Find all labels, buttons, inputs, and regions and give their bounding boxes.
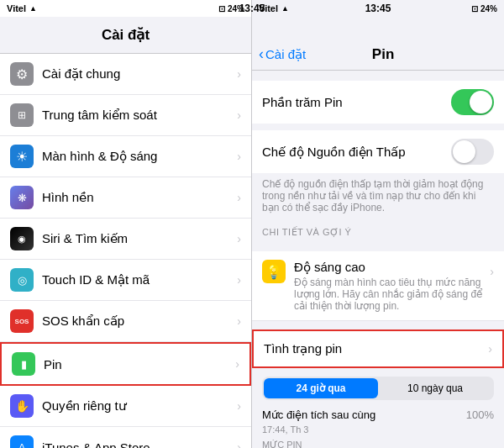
mucdien-section: Mức điện tích sau cùng 100% 17:44, Th 3 (252, 405, 504, 438)
dosang-row[interactable]: 💡 Độ sáng cao Độ sáng màn hình cao tiêu … (252, 251, 504, 321)
manhinh-label: Màn hình & Độ sáng (42, 149, 237, 164)
back-button[interactable]: ‹ Cài đặt (259, 45, 306, 63)
right-signal-icon: ▲ (281, 4, 289, 13)
dosang-content: Độ sáng cao Độ sáng màn hình cao tiêu th… (294, 260, 490, 312)
right-content: Phần trăm Pin Chế độ Nguồn điện Thấp Chế… (252, 71, 504, 448)
mucdien-label: Mức điện tích sau cùng (262, 408, 466, 421)
trungtam-icon: ⊞ (10, 103, 34, 127)
settings-item-manhinh[interactable]: ☀ Màn hình & Độ sáng › (0, 136, 251, 177)
back-chevron-icon: ‹ (259, 45, 264, 63)
dosang-desc: Độ sáng màn hình cao tiêu thụ mức năng l… (294, 277, 490, 312)
caidat-chevron: › (237, 67, 241, 81)
tinhtrang-row[interactable]: Tình trạng pin › (252, 329, 504, 368)
mucdien-time: 17:44, Th 3 (252, 424, 504, 438)
siri-chevron: › (237, 232, 241, 245)
chedo-toggle[interactable] (451, 139, 494, 165)
tinhtrang-chevron: › (488, 342, 492, 356)
touch-icon: ◎ (10, 268, 34, 292)
left-status-bar: Vitel ▲ 13:45 ⊡ 24% (0, 0, 251, 17)
chedo-toggle-thumb (453, 140, 475, 163)
left-nav-title: Cài đặt (102, 26, 150, 44)
itunes-chevron: › (237, 440, 241, 448)
dosang-title: Độ sáng cao (294, 260, 490, 275)
itunes-label: iTunes & App Store (42, 440, 237, 449)
right-panel: Vitel ▲ 13:45 ⊡ 24% ‹ Cài đặt Pin Phần t… (252, 0, 504, 448)
chitiet-header: CHI TIẾT VÀ GỢI Ý (252, 222, 504, 241)
quyen-label: Quyền riêng tư (42, 398, 237, 414)
right-status-bar: Vitel ▲ 13:45 ⊡ 24% (252, 0, 504, 17)
muc-pin-label: MỨC PIN (252, 438, 504, 448)
tab-10d[interactable]: 10 ngày qua (378, 378, 492, 398)
toggle-thumb (470, 91, 492, 113)
left-panel: Vitel ▲ 13:45 ⊡ 24% Cài đặt ⚙ Cài đặt ch… (0, 0, 252, 448)
mucdien-value: 100% (466, 408, 494, 421)
sos-label: SOS khẩn cấp (42, 314, 237, 329)
settings-item-siri[interactable]: ◉ Siri & Tìm kiếm › (0, 219, 251, 260)
left-status-left: Vitel ▲ (7, 3, 37, 13)
trungtam-label: Trung tâm kiểm soát (42, 108, 237, 123)
back-label: Cài đặt (265, 47, 306, 62)
itunes-icon: A (10, 435, 34, 448)
hinhanh-label: Hình nền (42, 190, 237, 205)
right-nav-title: Pin (306, 46, 460, 63)
pin-chevron: › (235, 357, 239, 371)
right-status-right: ⊡ 24% (471, 4, 497, 13)
tinhtrang-label: Tình trạng pin (264, 341, 488, 356)
hinhanh-icon: ❋ (10, 186, 34, 209)
manhinh-chevron: › (237, 150, 241, 163)
settings-item-hinhanh[interactable]: ❋ Hình nền › (0, 177, 251, 219)
pin-label: Pin (44, 357, 235, 372)
left-battery-icon: ⊡ (218, 4, 225, 13)
caidat-label: Cài đặt chung (42, 66, 237, 82)
left-signal-icon: ▲ (29, 4, 37, 13)
chedo-label: Chế độ Nguồn điện Thấp (262, 145, 451, 160)
settings-item-trungtam[interactable]: ⊞ Trung tâm kiểm soát › (0, 95, 251, 136)
trungtam-chevron: › (237, 108, 241, 122)
quyen-chevron: › (237, 399, 241, 413)
siri-icon: ◉ (10, 227, 34, 250)
dosang-section: 💡 Độ sáng cao Độ sáng màn hình cao tiêu … (252, 251, 504, 321)
dosang-icon: 💡 (262, 260, 286, 283)
phantram-section: Phần trăm Pin (252, 81, 504, 124)
left-time: 13:45 (239, 3, 265, 14)
left-carrier: Vitel (7, 3, 26, 13)
dosang-chevron: › (490, 265, 494, 278)
chedo-section: Chế độ Nguồn điện Thấp (252, 130, 504, 173)
right-battery-icon: ⊡ (471, 4, 478, 13)
hinhanh-chevron: › (237, 191, 241, 204)
settings-item-touch[interactable]: ◎ Touch ID & Mật mã › (0, 260, 251, 301)
phantram-toggle[interactable] (451, 89, 494, 115)
settings-item-pin[interactable]: ▮ Pin › (0, 342, 251, 386)
chedo-desc: Chế độ nguồn điện thấp tạm thời giảm hoạ… (252, 173, 504, 222)
touch-label: Touch ID & Mật mã (42, 272, 237, 287)
settings-list: ⚙ Cài đặt chung › ⊞ Trung tâm kiểm soát … (0, 54, 251, 448)
settings-item-sos[interactable]: SOS SOS khẩn cấp › (0, 301, 251, 342)
right-battery: 24% (480, 4, 497, 13)
sos-icon: SOS (10, 309, 34, 333)
settings-item-itunes[interactable]: A iTunes & App Store › (0, 427, 251, 448)
touch-chevron: › (237, 273, 241, 287)
right-time: 13:45 (365, 3, 391, 14)
chedo-row: Chế độ Nguồn điện Thấp (252, 130, 504, 173)
quyen-icon: ✋ (10, 394, 34, 418)
tinhtrang-wrapper: Tình trạng pin › (252, 329, 504, 368)
pin-icon: ▮ (12, 352, 35, 376)
settings-item-caidat[interactable]: ⚙ Cài đặt chung › (0, 54, 251, 95)
siri-label: Siri & Tìm kiếm (42, 231, 237, 246)
left-nav-header: Cài đặt (0, 17, 251, 54)
time-tabs: 24 giờ qua 10 ngày qua (262, 377, 494, 400)
manhinh-icon: ☀ (10, 145, 34, 168)
mucdien-row: Mức điện tích sau cùng 100% (252, 405, 504, 424)
settings-item-quyen[interactable]: ✋ Quyền riêng tư › (0, 386, 251, 427)
tab-24h[interactable]: 24 giờ qua (264, 378, 378, 398)
phantram-row: Phần trăm Pin (252, 81, 504, 124)
phantram-label: Phần trăm Pin (262, 95, 451, 110)
sos-chevron: › (237, 314, 241, 328)
right-nav-header: ‹ Cài đặt Pin (252, 17, 504, 71)
caidat-icon: ⚙ (10, 62, 34, 86)
